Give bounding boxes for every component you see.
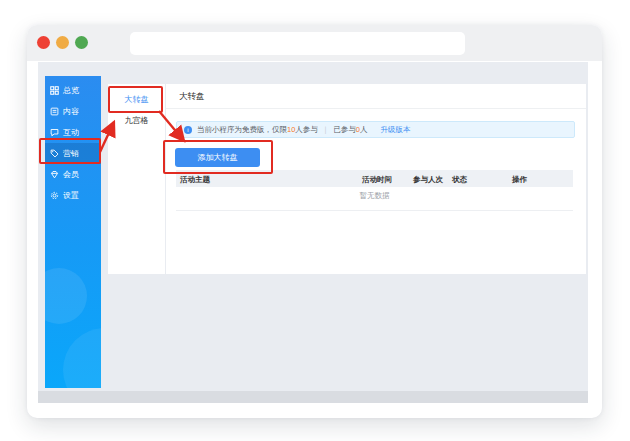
marketing-tag-icon <box>50 149 59 158</box>
app-bottom-strip <box>38 391 588 403</box>
sidebar-item-label: 互动 <box>63 127 79 138</box>
empty-table-placeholder: 暂无数据 <box>176 191 573 201</box>
notice-separator: ｜ <box>322 125 329 135</box>
sidebar-item-label: 设置 <box>63 190 79 201</box>
content-panel: 大转盘 i 当前小程序为免费版，仅限 10 人参与 ｜ 已参与 0 人 升级版本… <box>166 84 586 274</box>
sidebar-item-label: 总览 <box>63 85 79 96</box>
primary-sidebar: 总览 内容 互动 <box>45 76 101 388</box>
sidebar-item-overview[interactable]: 总览 <box>45 80 101 101</box>
member-vip-icon <box>50 170 59 179</box>
column-header-theme: 活动主题 <box>180 175 210 185</box>
notice-text: 人参与 <box>295 125 318 135</box>
table-header-row: 活动主题 活动时间 参与人次 状态 操作 <box>176 170 573 187</box>
sidebar-decor-circle <box>63 328 101 388</box>
close-window-dot[interactable] <box>37 36 50 49</box>
sidebar-decor-circle <box>45 268 87 324</box>
notice-limit-count: 10 <box>287 125 295 134</box>
interaction-chat-icon <box>50 128 59 137</box>
sidebar-item-label: 营销 <box>63 148 79 159</box>
free-version-notice-bar: i 当前小程序为免费版，仅限 10 人参与 ｜ 已参与 0 人 升级版本 <box>176 121 575 138</box>
sidebar-item-interaction[interactable]: 互动 <box>45 122 101 143</box>
sidebar-item-label: 内容 <box>63 106 79 117</box>
subnav-item-jiugongge[interactable]: 九宫格 <box>108 110 165 131</box>
column-header-time: 活动时间 <box>362 175 392 185</box>
sidebar-item-marketing[interactable]: 营销 <box>45 143 101 164</box>
info-icon: i <box>184 126 192 134</box>
browser-window: 总览 内容 互动 <box>27 25 602 418</box>
table-bottom-divider <box>176 210 573 211</box>
sidebar-menu: 总览 内容 互动 <box>45 80 101 206</box>
admin-app-background: 总览 内容 互动 <box>38 62 588 403</box>
sidebar-item-settings[interactable]: 设置 <box>45 185 101 206</box>
zoom-window-dot[interactable] <box>75 36 88 49</box>
browser-titlebar <box>27 25 602 61</box>
subnav-item-dazhuanpan[interactable]: 大转盘 <box>108 89 165 110</box>
content-list-icon <box>50 107 59 116</box>
sidebar-item-member[interactable]: 会员 <box>45 164 101 185</box>
column-header-actions: 操作 <box>512 175 527 185</box>
add-wheel-button[interactable]: 添加大转盘 <box>175 148 260 167</box>
settings-gear-icon <box>50 191 59 200</box>
grid-overview-icon <box>50 86 59 95</box>
column-header-participants: 参与人次 <box>413 175 443 185</box>
sidebar-item-content[interactable]: 内容 <box>45 101 101 122</box>
joined-label: 已参与 <box>333 125 356 135</box>
screenshot-stage: 总览 内容 互动 <box>0 0 630 441</box>
page-header: 大转盘 <box>166 84 586 109</box>
secondary-sidebar: 大转盘 九宫格 <box>108 84 165 274</box>
minimize-window-dot[interactable] <box>56 36 69 49</box>
joined-suffix: 人 <box>360 125 368 135</box>
upgrade-version-link[interactable]: 升级版本 <box>380 125 410 135</box>
sidebar-item-label: 会员 <box>63 169 79 180</box>
column-header-status: 状态 <box>452 175 467 185</box>
address-bar[interactable] <box>130 32 465 55</box>
notice-text: 当前小程序为免费版，仅限 <box>197 125 287 135</box>
page-title: 大转盘 <box>179 91 205 103</box>
